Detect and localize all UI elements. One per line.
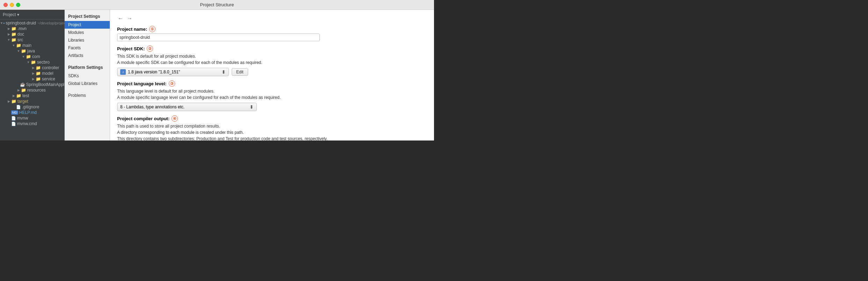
root-label: springboot-druid <box>6 21 36 26</box>
gitignore-label: .gitignore <box>22 105 39 109</box>
forward-button[interactable]: → <box>126 15 133 22</box>
close-button[interactable] <box>3 3 8 7</box>
top-bar: Project ▾ <box>0 10 64 20</box>
nav-item-project[interactable]: Project <box>65 21 110 29</box>
project-name-circle: ① <box>149 26 155 32</box>
tree-item-resources[interactable]: ▶ 📁 resources <box>0 87 64 93</box>
target-folder-icon: 📁 <box>11 99 16 104</box>
tree-item-model[interactable]: ▶ 📁 model <box>0 71 64 76</box>
project-label: Project ▾ <box>3 12 19 17</box>
mvnw-label: mvnw <box>17 116 28 121</box>
mvn-label: .mvn <box>17 26 27 31</box>
gitignore-icon: 📄 <box>16 105 21 109</box>
tree-item-target[interactable]: ▶ 📁 target <box>0 99 64 104</box>
tree-item-help[interactable]: ▶ MD HELP.md <box>0 110 64 115</box>
tree-root[interactable]: ▼ ▪ springboot-druid ~/develop/project <box>0 20 64 26</box>
lang-value: 8 - Lambdas, type annotations etc. <box>120 105 185 109</box>
model-folder-icon: 📁 <box>36 71 41 76</box>
doc-label: doc <box>17 32 24 37</box>
nav-item-libraries[interactable]: Libraries <box>65 36 110 44</box>
nav-item-sdks[interactable]: SDKs <box>65 72 110 80</box>
src-label: src <box>17 37 23 42</box>
mvnwcmd-label: mvnw.cmd <box>17 121 37 126</box>
tree-item-mvn[interactable]: ▶ 📁 .mvn <box>0 26 64 31</box>
main-folder-icon: 📁 <box>16 43 21 48</box>
secbro-arrow: ▼ <box>26 60 31 64</box>
tree-item-src[interactable]: ▼ 📁 src <box>0 37 64 43</box>
java-label: java <box>27 49 35 53</box>
test-arrow: ▶ <box>11 94 16 98</box>
root-folder-icon: ▪ <box>3 21 5 26</box>
java-arrow: ▼ <box>16 49 21 53</box>
test-label: test <box>22 93 29 98</box>
lang-select[interactable]: 8 - Lambdas, type annotations etc. ⬍ <box>117 103 257 111</box>
nav-item-global-libraries[interactable]: Global Libraries <box>65 80 110 87</box>
project-lang-section-label: Project language level: ③ <box>117 80 427 87</box>
tree-item-java[interactable]: ▼ 📁 java <box>0 48 64 54</box>
sdk-row: J 1.8 java version "1.8.0_151" ⬍ Edit <box>117 68 427 76</box>
src-arrow: ▼ <box>6 38 11 42</box>
nav-item-facets[interactable]: Facets <box>65 44 110 52</box>
tree-item-springbootmain[interactable]: ▶ ☕ SpringBootMainAppl <box>0 82 64 87</box>
help-label: HELP.md <box>19 110 37 115</box>
sdk-select[interactable]: J 1.8 java version "1.8.0_151" ⬍ <box>117 68 229 76</box>
doc-arrow: ▶ <box>6 33 11 36</box>
tree-item-service[interactable]: ▶ 📁 service <box>0 76 64 82</box>
mvnwcmd-icon: 📄 <box>11 122 16 126</box>
com-arrow: ▼ <box>21 55 26 58</box>
tree-item-com[interactable]: ▼ 📁 com <box>0 54 64 59</box>
project-name-input[interactable] <box>117 34 320 41</box>
project-lang-desc: This language level is default for all p… <box>117 88 427 101</box>
controller-arrow: ▶ <box>31 66 36 70</box>
project-sdk-desc1: This SDK is default for all project modu… <box>117 53 427 66</box>
sdk-java-icon: J <box>120 69 126 75</box>
project-name-label: Project name: <box>117 27 147 32</box>
sdk-edit-button[interactable]: Edit <box>232 68 248 76</box>
com-label: com <box>32 54 40 59</box>
tree-item-controller[interactable]: ▶ 📁 controller <box>0 65 64 71</box>
tree-item-main[interactable]: ▼ 📁 main <box>0 43 64 48</box>
file-tree-panel: Project ▾ ▼ ▪ springboot-druid ~/develop… <box>0 10 65 140</box>
controller-label: controller <box>42 65 59 70</box>
target-arrow: ▶ <box>6 100 11 103</box>
sdk-value: 1.8 java version "1.8.0_151" <box>128 70 180 74</box>
mvnw-icon: 📄 <box>11 116 16 121</box>
project-sdk-label: Project SDK: <box>117 46 145 51</box>
window-title: Project Structure <box>200 2 234 7</box>
service-arrow: ▶ <box>31 77 36 81</box>
root-path: ~/develop/project <box>37 21 64 25</box>
springbootmain-label: SpringBootMainAppl <box>26 82 64 87</box>
dropdown-icon[interactable]: ▾ <box>17 12 19 17</box>
title-bar: Project Structure <box>0 0 434 10</box>
secbro-folder-icon: 📁 <box>31 60 36 65</box>
back-button[interactable]: ← <box>117 15 124 22</box>
doc-folder-icon: 📁 <box>11 32 16 37</box>
traffic-lights[interactable] <box>3 3 20 7</box>
tree-item-secbro[interactable]: ▼ 📁 secbro <box>0 59 64 65</box>
secbro-label: secbro <box>37 60 50 65</box>
tree-item-doc[interactable]: ▶ 📁 doc <box>0 31 64 37</box>
test-folder-icon: 📁 <box>16 93 21 98</box>
tree-item-mvnwcmd[interactable]: ▶ 📄 mvnw.cmd <box>0 121 64 127</box>
tree-item-test[interactable]: ▶ 📁 test <box>0 93 64 99</box>
sdk-chevron-icon: ⬍ <box>222 69 226 75</box>
tree-item-mvnw[interactable]: ▶ 📄 mvnw <box>0 115 64 121</box>
resources-label: resources <box>27 88 46 93</box>
minimize-button[interactable] <box>10 3 14 7</box>
compiler-output-section-label: Project compiler output: ④ <box>117 115 427 122</box>
model-arrow: ▶ <box>31 72 36 75</box>
maximize-button[interactable] <box>16 3 20 7</box>
project-title: Project <box>3 12 16 17</box>
nav-panel: Project Settings Project Modules Librari… <box>65 10 110 140</box>
project-lang-label: Project language level: <box>117 81 167 86</box>
content-panel: ← → Project name: ① Project SDK: ② This … <box>110 10 434 140</box>
springbootmain-icon: ☕ <box>20 82 25 87</box>
nav-item-modules[interactable]: Modules <box>65 29 110 36</box>
tree-item-gitignore[interactable]: ▶ 📄 .gitignore <box>0 104 64 110</box>
nav-item-problems[interactable]: Problems <box>65 92 110 99</box>
help-md-badge: MD <box>11 110 18 115</box>
lang-chevron-icon: ⬍ <box>249 104 254 110</box>
nav-item-artifacts[interactable]: Artifacts <box>65 52 110 59</box>
model-label: model <box>42 71 53 76</box>
mvn-arrow: ▶ <box>6 27 11 30</box>
